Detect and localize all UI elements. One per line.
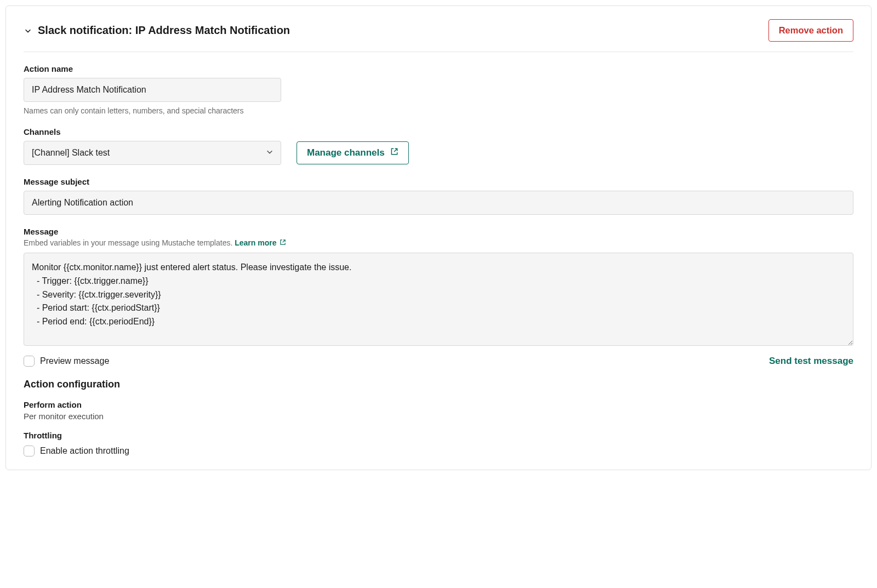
title-row[interactable]: Slack notification: IP Address Match Not… — [24, 24, 290, 37]
action-name-help: Names can only contain letters, numbers,… — [24, 106, 853, 115]
enable-throttling-checkbox[interactable] — [24, 446, 35, 456]
action-name-group: Action name Names can only contain lette… — [24, 64, 853, 115]
chevron-down-icon — [24, 26, 32, 35]
external-link-icon — [280, 238, 286, 247]
channels-select[interactable]: [Channel] Slack test — [24, 141, 281, 165]
channels-selected-value: [Channel] Slack test — [24, 141, 281, 165]
message-help: Embed variables in your message using Mu… — [24, 238, 853, 247]
message-subject-label: Message subject — [24, 177, 853, 186]
action-configuration-heading: Action configuration — [24, 379, 853, 390]
external-link-icon — [390, 147, 398, 158]
action-name-label: Action name — [24, 64, 853, 73]
manage-channels-label: Manage channels — [307, 147, 385, 158]
throttling-label: Throttling — [24, 431, 853, 440]
throttling-checkbox-row[interactable]: Enable action throttling — [24, 446, 853, 456]
channels-label: Channels — [24, 127, 853, 136]
send-test-message-button[interactable]: Send test message — [769, 356, 853, 367]
manage-channels-button[interactable]: Manage channels — [297, 141, 409, 164]
message-subject-group: Message subject — [24, 177, 853, 215]
preview-message-checkbox[interactable] — [24, 356, 35, 367]
message-subject-input[interactable] — [24, 191, 853, 215]
preview-row: Preview message Send test message — [24, 356, 853, 367]
learn-more-label: Learn more — [235, 238, 276, 247]
perform-action-label: Perform action — [24, 400, 853, 409]
perform-action-value: Per monitor execution — [24, 412, 853, 421]
channels-group: Channels [Channel] Slack test Manage cha… — [24, 127, 853, 165]
message-textarea[interactable] — [24, 253, 853, 346]
learn-more-link[interactable]: Learn more — [235, 238, 286, 247]
card-header: Slack notification: IP Address Match Not… — [24, 19, 853, 52]
preview-checkbox-row[interactable]: Preview message — [24, 356, 109, 367]
message-label: Message — [24, 227, 853, 236]
action-card: Slack notification: IP Address Match Not… — [5, 5, 872, 470]
remove-action-button[interactable]: Remove action — [768, 19, 853, 42]
preview-message-label: Preview message — [40, 356, 109, 366]
message-group: Message Embed variables in your message … — [24, 227, 853, 348]
card-title: Slack notification: IP Address Match Not… — [38, 24, 290, 37]
enable-throttling-label: Enable action throttling — [40, 446, 129, 456]
action-name-input[interactable] — [24, 78, 281, 102]
message-help-text: Embed variables in your message using Mu… — [24, 238, 235, 247]
